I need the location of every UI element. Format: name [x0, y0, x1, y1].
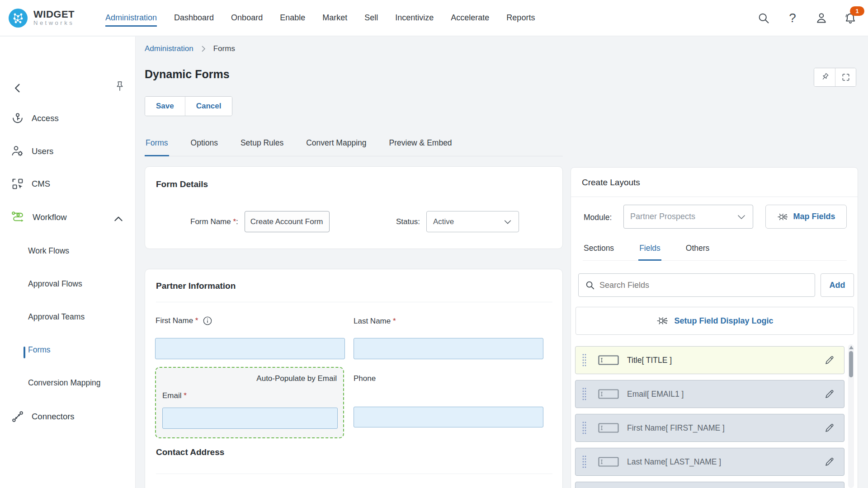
field-row-email[interactable]: Email[ EMAIL1 ]: [575, 380, 844, 408]
nav-dashboard[interactable]: Dashboard: [174, 9, 214, 27]
nav-incentivize[interactable]: Incentivize: [395, 9, 434, 27]
tab-others[interactable]: Others: [685, 240, 711, 261]
info-icon[interactable]: [203, 316, 212, 326]
sidebar-item-connectors[interactable]: Connectors: [11, 410, 75, 423]
key-icon: [11, 112, 24, 125]
field-row-first-name[interactable]: First Name[ FIRST_NAME ]: [575, 414, 844, 442]
page-header-actions: [814, 68, 856, 87]
pushpin-icon[interactable]: [114, 80, 126, 94]
field-row-label: Email[ EMAIL1 ]: [627, 389, 824, 399]
pin-icon: [818, 70, 832, 84]
auto-populate-group: Auto-Populate by Email Email *: [155, 367, 344, 438]
sidebar-item-users[interactable]: Users: [11, 145, 53, 158]
pin-page-button[interactable]: [814, 68, 835, 86]
sidebar-item-access[interactable]: Access: [11, 112, 59, 125]
edit-pencil-icon[interactable]: [824, 422, 835, 433]
breadcrumb-administration[interactable]: Administration: [145, 44, 193, 53]
sidebar-item-approval-flows[interactable]: Approval Flows: [28, 279, 82, 289]
tab-sections[interactable]: Sections: [583, 240, 615, 261]
field-row-label: First Name[ FIRST_NAME ]: [627, 423, 824, 433]
nav-sell[interactable]: Sell: [364, 9, 378, 27]
tab-fields[interactable]: Fields: [638, 240, 661, 261]
user-icon[interactable]: [814, 10, 829, 26]
email-input[interactable]: [162, 408, 338, 429]
field-row-label: Last Name[ LAST_NAME ]: [627, 457, 824, 467]
tab-preview-embed[interactable]: Preview & Embed: [388, 134, 453, 156]
sidebar-item-label: Connectors: [32, 412, 75, 422]
map-fields-button[interactable]: Map Fields: [765, 205, 847, 229]
nav-enable[interactable]: Enable: [280, 9, 305, 27]
tab-convert-mapping[interactable]: Convert Mapping: [305, 134, 367, 156]
status-label: Status:: [396, 217, 420, 226]
nav-market[interactable]: Market: [322, 9, 347, 27]
drag-handle-icon[interactable]: [582, 421, 588, 435]
form-name-label: Form Name *:: [190, 217, 238, 226]
sidebar-item-conversion-mapping[interactable]: Conversion Mapping: [28, 378, 101, 388]
sidebar-item-approval-teams[interactable]: Approval Teams: [28, 312, 85, 322]
edit-pencil-icon[interactable]: [824, 456, 835, 467]
notification-badge: 1: [850, 6, 864, 16]
sidebar-item-workflow[interactable]: Workflow: [11, 210, 67, 225]
help-icon[interactable]: ?: [785, 10, 800, 26]
chevron-down-icon: [736, 212, 746, 222]
sidebar-item-label: Users: [32, 146, 53, 156]
tab-setup-rules[interactable]: Setup Rules: [240, 134, 284, 156]
sidebar-item-label: Access: [32, 113, 59, 123]
app-root: WIDGET Networks Administration Dashboard…: [0, 0, 868, 488]
status-select[interactable]: Active: [426, 211, 519, 232]
field-row-last-name[interactable]: Last Name[ LAST_NAME ]: [575, 448, 844, 476]
sidebar-item-forms[interactable]: Forms: [28, 345, 51, 355]
text-field-icon: [598, 422, 619, 433]
edit-pencil-icon[interactable]: [824, 389, 835, 399]
form-details-card: Form Details Form Name *: Status: Active: [145, 166, 563, 249]
breadcrumb-forms: Forms: [213, 44, 235, 53]
workflow-icon: [11, 210, 25, 225]
setup-field-display-logic-button[interactable]: Setup Field Display Logic: [576, 307, 854, 335]
last-name-input[interactable]: [354, 338, 543, 359]
phone-label: Phone: [354, 374, 376, 383]
nav-reports[interactable]: Reports: [506, 9, 535, 27]
sidebar-item-work-flows[interactable]: Work Flows: [28, 246, 69, 256]
search-icon[interactable]: [756, 10, 771, 26]
save-button[interactable]: Save: [145, 97, 185, 116]
module-select[interactable]: Partner Prospects: [623, 205, 753, 229]
tab-options[interactable]: Options: [190, 134, 219, 156]
expand-icon: [841, 73, 850, 82]
form-name-input[interactable]: [245, 211, 330, 232]
nav-onboard[interactable]: Onboard: [231, 9, 263, 27]
add-field-button[interactable]: Add: [821, 273, 854, 297]
first-name-input[interactable]: [155, 338, 345, 359]
form-details-title: Form Details: [156, 179, 208, 189]
status-value: Active: [433, 217, 454, 226]
scroll-up-icon[interactable]: [849, 346, 854, 349]
breadcrumb-chevron-icon: [200, 45, 207, 52]
nav-accelerate[interactable]: Accelerate: [451, 9, 489, 27]
drag-handle-icon[interactable]: [582, 455, 588, 469]
chevron-up-icon[interactable]: [113, 214, 124, 225]
phone-input[interactable]: [354, 407, 543, 427]
module-value: Partner Prospects: [630, 212, 695, 221]
drag-handle-icon[interactable]: [582, 353, 588, 367]
edit-pencil-icon[interactable]: [824, 355, 835, 366]
bell-icon[interactable]: 1: [843, 10, 858, 26]
fullscreen-button[interactable]: [835, 68, 856, 86]
brand-name: WIDGET: [33, 9, 75, 19]
top-bar: WIDGET Networks Administration Dashboard…: [0, 0, 868, 36]
auto-populate-label: Auto-Populate by Email: [256, 374, 337, 383]
nav-administration[interactable]: Administration: [105, 9, 157, 27]
partner-information-title: Partner Information: [156, 281, 236, 291]
email-label: Email *: [162, 391, 187, 400]
form-actions: Save Cancel: [145, 96, 232, 116]
cancel-button[interactable]: Cancel: [185, 97, 232, 116]
sidebar-item-cms[interactable]: CMS: [11, 177, 50, 191]
search-fields-input[interactable]: [599, 281, 808, 290]
text-field-icon: [598, 389, 619, 399]
scrollbar-thumb[interactable]: [849, 351, 853, 377]
search-icon: [585, 280, 595, 290]
field-row-label: Title[ TITLE ]: [627, 356, 824, 365]
drag-handle-icon[interactable]: [582, 387, 588, 401]
field-row-title[interactable]: Title[ TITLE ]: [575, 346, 844, 374]
sidebar-collapse-back-icon[interactable]: [12, 81, 24, 95]
field-row-phone[interactable]: Phone[ PHONE_HOME ]: [575, 482, 844, 488]
tab-forms[interactable]: Forms: [145, 134, 169, 156]
